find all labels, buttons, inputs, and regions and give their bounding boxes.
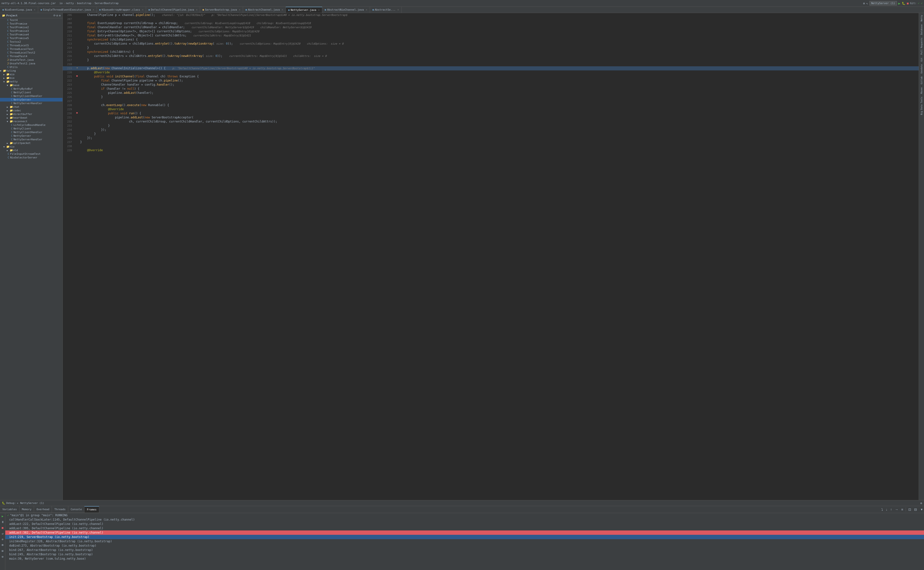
tree-item-nettyserver2[interactable]: C NettyServer [0,134,63,138]
tab-nioeventloop[interactable]: NioEventLoop.java × [0,7,38,13]
tree-item-lifecycle[interactable]: C LifeCycleBoundHandle [0,123,63,127]
tree-item-unsafetest2[interactable]: J UnsafeTest2.java [0,62,63,65]
nav-serverbootstrap[interactable]: ServerBootstrap [94,1,119,5]
get-threads-icon[interactable]: ⊞ [1,549,4,553]
tree-item-utils[interactable]: C Utils [0,65,63,69]
tab-nettyserver[interactable]: NettyServer.java × [286,7,322,13]
run-icon[interactable]: ▶ [898,2,900,5]
close-icon[interactable]: × [366,8,367,11]
tree-item-testpromise4[interactable]: C TestPromise4 [0,33,63,37]
mute-bp-icon[interactable]: ⊘ [1,537,4,542]
frame-bind267[interactable]: bind:267, AbstractBootstrap (io.netty.bo… [5,548,924,552]
geodata-panel-icon[interactable]: Geodata [920,63,923,75]
settings-icon[interactable]: ⚙ [863,2,865,5]
netty-panel-icon[interactable]: Netty [920,14,923,22]
frame-addlast382[interactable]: addLast:382, DefaultChannelPipeline (io.… [5,530,924,535]
close-icon[interactable]: × [239,8,240,11]
tree-item-fileinputstream[interactable]: C FileInputStreamTest [0,152,63,156]
tree-item-testpromise[interactable]: C TestPromise [0,22,63,26]
close-icon[interactable]: × [282,8,283,11]
settings-sidebar-icon[interactable]: ⚙ [59,14,61,17]
cursor-icon[interactable]: ↖ [866,2,868,5]
close-icon[interactable]: × [196,8,197,11]
nav-bootstrap[interactable]: bootstrap [76,1,92,5]
tab-abstractse[interactable]: AbstractSe... × [370,7,402,13]
tree-item-bio[interactable]: ▶ 📁 bio [0,76,63,80]
tree-item-testpromise5[interactable]: C TestPromise5 [0,37,63,40]
tree-item-testpromise2[interactable]: C TestPromise2 [0,26,63,29]
debug-tab-console[interactable]: Console [68,506,85,513]
close-icon[interactable]: × [34,8,35,11]
collapse-icon[interactable]: ⊟ [57,14,58,17]
tree-item-test4[interactable]: C Test4 [0,18,63,22]
frame-callhandler[interactable]: callHandlerCallbackLater:1145, DefaultCh… [5,518,924,522]
tree-item-threadlocaltest[interactable]: C ThreadLocalTest [0,47,63,51]
tree-item-threadlocaltest2[interactable]: C ThreadLocalTest2 [0,51,63,55]
tree-item-netty[interactable]: ▼ 📁 netty [0,80,63,83]
tree-item-nettyserver-selected[interactable]: C NettyServer [0,98,63,101]
tab-serverbootstrap[interactable]: ServerBootstrap.java × [200,7,243,13]
tree-item-nio[interactable]: ▼ 📁 nio [0,145,63,149]
close-icon[interactable]: × [318,9,320,11]
debug-tab-threads[interactable]: Threads [52,506,68,513]
code-editor[interactable]: 206 ChannelPipeline p = channel.pipeline… [63,13,919,500]
tree-item-unsafetest[interactable]: J UnsafeTest.java [0,58,63,62]
database-panel-icon[interactable]: Database [920,23,923,36]
run-to-cursor-btn[interactable]: → [894,507,899,512]
tree-item-nettyclienthandler2[interactable]: C NettyClientHandler [0,130,63,134]
tab-abstractchannel[interactable]: AbstractChannel.java × [243,7,286,13]
debug-tab-frames[interactable]: Frames [85,506,99,513]
tree-item-aio[interactable]: ▶ 📁 aio [0,73,63,76]
nav-netty[interactable]: netty [65,1,75,5]
debug-icon[interactable]: 🐛 [902,2,906,5]
git-panel-icon[interactable]: Git [920,57,923,63]
debug-tab-overhead[interactable]: Overhead [34,506,52,513]
sync-icon[interactable]: ⟳ [53,14,55,17]
stop-icon[interactable]: ■ [907,2,909,5]
tree-item-testxx2[interactable]: C Testxx2 [0,40,63,44]
tree-item-base[interactable]: ▼ 📁 base [0,83,63,87]
tree-item-threadtest4[interactable]: C ThreadTest4 [0,55,63,58]
close-icon[interactable]: × [93,8,94,11]
tree-item-nettyserverhandler2[interactable]: C NettyServerHandler [0,138,63,141]
pause-icon[interactable]: ⏸ [1,520,5,524]
step-over-btn[interactable]: ⤵ [880,507,884,512]
evaluate-btn[interactable]: ≡ [900,507,904,512]
tab-defaultchannel[interactable]: DefaultChannelPipeline.java × [146,7,200,13]
filter-icon[interactable]: ▼ [921,508,922,511]
tree-item-nettyserverhandler[interactable]: C NettyServerHandler [0,101,63,105]
debug-tab-variables[interactable]: Variables [0,506,20,513]
settings-debug-icon[interactable]: ⚙ [920,501,922,505]
settings-icon2[interactable]: ⚙ [1,555,4,559]
tree-item-old[interactable]: ▶ 📁 old [0,149,63,152]
frame-addlast222[interactable]: addLast:222, DefaultChannelPipeline (io.… [5,522,924,526]
gitlab-panel-icon[interactable]: Gitlab [920,75,923,85]
stop-debug-icon[interactable]: ■ [1,526,4,530]
debug-tab-memory[interactable]: Memory [20,506,34,513]
tree-item-reconnect[interactable]: ▼ 📁 reconnect [0,120,63,123]
resume-icon[interactable]: ▶ [1,514,4,518]
tree-item-nettybytebuf[interactable]: C NettyByteBuf [0,87,63,90]
debug-frames-area[interactable]: ✓ "main"@1 in group "main": RUNNING call… [5,513,924,570]
tree-item-splitpacket[interactable]: ▶ 📁 splitpacket [0,141,63,145]
nav-io[interactable]: io [58,1,63,5]
frame-dobind[interactable]: doBind:273, AbstractBootstrap (io.netty.… [5,544,924,548]
bigdata-panel-icon[interactable]: Big Data Tools [920,96,923,116]
close-icon[interactable]: × [398,8,399,11]
close-debug-icon[interactable]: ✕ [17,502,18,504]
tree-item-tuling[interactable]: ▼ 📁 tuling [0,69,63,73]
tree-item-chat[interactable]: ▶ 📁 chat [0,105,63,109]
close-icon[interactable]: × [142,8,143,11]
tree-item-nettyclient2[interactable]: C NettyClient [0,127,63,130]
tab-kqueue[interactable]: KQueueArrayWrapper.class × [97,7,146,13]
frame-initandregister[interactable]: initAndRegister:320, AbstractBootstrap (… [5,539,924,544]
maven-panel-icon[interactable]: Maven [920,86,923,95]
tab-abstractniochannel[interactable]: AbstractNioChannel.java × [322,7,370,13]
tab-singlethread[interactable]: SingleThreadEventExecutor.java × [38,7,97,13]
frame-addlast395[interactable]: addLast:395, DefaultChannelPipeline (io.… [5,526,924,530]
step-into-btn[interactable]: ↓ [885,507,889,512]
frame-bind245[interactable]: bind:245, AbstractBootstrap (io.netty.bo… [5,552,924,556]
step-out-btn[interactable]: ↑ [890,507,893,512]
tree-item-codec[interactable]: ▶ 📁 codec [0,109,63,112]
tree-item-heartbeat[interactable]: ▶ 📁 heartbeat [0,116,63,120]
